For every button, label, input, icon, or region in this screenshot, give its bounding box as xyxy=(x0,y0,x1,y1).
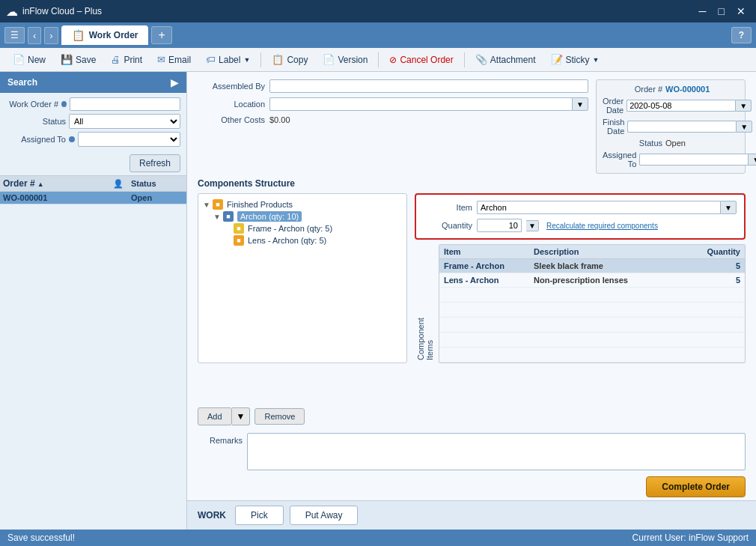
status-filter-select[interactable]: All Open Closed xyxy=(69,114,180,129)
finish-date-input[interactable] xyxy=(627,121,736,133)
add-dropdown-button[interactable]: ▼ xyxy=(232,407,251,425)
buttons-row: Add ▼ Remove xyxy=(187,403,756,430)
attachment-button[interactable]: 📎 Attachment xyxy=(469,51,543,68)
add-button[interactable]: Add xyxy=(198,407,232,425)
row-order-num: WO-000001 xyxy=(3,193,113,202)
comp-empty-row-4 xyxy=(439,333,745,348)
row-status: Open xyxy=(131,193,183,202)
table-row[interactable]: WO-000001 Open xyxy=(0,192,186,204)
assigned-to-dropdown-btn[interactable]: ▼ xyxy=(748,154,756,166)
active-tab[interactable]: 📋 Work Order xyxy=(61,25,149,45)
comp-table-row[interactable]: Lens - Archon Non-prescription lenses 5 xyxy=(439,273,745,288)
app-title: inFlow Cloud – Plus xyxy=(22,6,102,16)
nav-back-btn[interactable]: ‹ xyxy=(28,27,41,44)
location-dropdown-btn[interactable]: ▼ xyxy=(572,97,588,111)
save-status: Save successful! xyxy=(7,533,75,543)
location-input[interactable] xyxy=(269,97,572,111)
minimize-btn[interactable]: ─ xyxy=(695,4,711,19)
label-button[interactable]: 🏷 Label ▼ xyxy=(199,51,257,68)
remarks-label: Remarks xyxy=(198,433,243,445)
order-date-dropdown-btn[interactable]: ▼ xyxy=(735,100,752,112)
workorder-filter-input[interactable] xyxy=(70,97,180,111)
sticky-button[interactable]: 📝 Sticky ▼ xyxy=(544,51,606,68)
item-input[interactable] xyxy=(477,201,720,214)
tab-bar: ☰ ‹ › 📋 Work Order + ? xyxy=(0,22,756,48)
remarks-input[interactable] xyxy=(247,433,746,470)
pick-button[interactable]: Pick xyxy=(235,506,284,525)
new-button[interactable]: 📄 New xyxy=(6,51,52,68)
sidebar-title: Search xyxy=(7,77,37,88)
assigned-to-row: Assigned To ▼ xyxy=(603,151,739,169)
tree-label-lens[interactable]: Lens - Archon (qty: 5) xyxy=(248,236,326,245)
col-header-status[interactable]: Status xyxy=(131,179,183,188)
assembled-by-input[interactable] xyxy=(269,79,588,93)
location-label: Location xyxy=(198,100,265,109)
other-costs-value: $0.00 xyxy=(269,115,290,124)
remarks-section: Remarks xyxy=(187,430,756,473)
remove-button[interactable]: Remove xyxy=(254,408,305,425)
order-num-value: WO-000001 xyxy=(665,85,710,94)
cancel-order-button[interactable]: ⊘ Cancel Order xyxy=(382,52,460,68)
order-date-label: Order Date xyxy=(603,97,624,115)
put-away-button[interactable]: Put Away xyxy=(290,506,359,525)
tree-label-frame[interactable]: Frame - Archon (qty: 5) xyxy=(248,224,332,233)
finish-date-dropdown-btn[interactable]: ▼ xyxy=(736,121,752,133)
order-date-input[interactable] xyxy=(627,100,735,112)
save-button[interactable]: 💾 Save xyxy=(54,51,103,68)
print-button[interactable]: 🖨 Print xyxy=(104,51,149,68)
tree-icon-frame: ■ xyxy=(234,223,244,234)
comp-empty-row-3 xyxy=(439,318,745,333)
main-layout: Search ▶ Work Order # Status All Open Cl… xyxy=(0,72,756,530)
maximize-btn[interactable]: □ xyxy=(714,4,729,19)
form-left: Assembled By Location ▼ Other Costs $0.0… xyxy=(198,79,588,174)
work-label: WORK xyxy=(198,510,226,521)
tree-label-archon[interactable]: Archon (qty: 10) xyxy=(237,211,302,222)
label-dropdown-arrow: ▼ xyxy=(243,56,250,64)
close-btn[interactable]: ✕ xyxy=(732,4,750,19)
recalculate-link[interactable]: Recalculate required components xyxy=(546,222,658,230)
quantity-detail-label: Quantity xyxy=(424,221,472,230)
tree-expand-archon[interactable]: ▼ xyxy=(213,213,221,221)
item-detail-label: Item xyxy=(424,203,472,212)
filter-row-workorder: Work Order # xyxy=(6,97,180,111)
other-costs-row: Other Costs $0.00 xyxy=(198,115,588,124)
status-row: Status Open xyxy=(603,139,739,148)
location-row: Location ▼ xyxy=(198,97,588,111)
tree-expand-finished[interactable]: ▼ xyxy=(203,201,210,209)
nav-forward-btn[interactable]: › xyxy=(44,27,58,44)
tree-label-finished: Finished Products xyxy=(227,200,293,209)
add-tab-btn[interactable]: + xyxy=(151,26,171,44)
assignedto-filter-select[interactable] xyxy=(78,132,180,147)
complete-order-button[interactable]: Complete Order xyxy=(646,476,746,497)
hamburger-btn[interactable]: ☰ xyxy=(4,27,25,43)
status-bar: Save successful! Current User: inFlow Su… xyxy=(0,530,756,546)
copy-button[interactable]: 📋 Copy xyxy=(265,51,314,68)
col-header-order[interactable]: Order # ▲ xyxy=(3,178,113,189)
filter-row-assignedto: Assigned To xyxy=(6,132,180,147)
email-button[interactable]: ✉ Email xyxy=(150,51,198,68)
sort-arrow-order: ▲ xyxy=(37,181,44,188)
workorder-filter-label: Work Order # xyxy=(6,100,58,109)
quantity-row: Quantity ▼ Recalculate required componen… xyxy=(424,219,737,232)
title-bar: ☁ inFlow Cloud – Plus ─ □ ✕ xyxy=(0,0,756,22)
refresh-button[interactable]: Refresh xyxy=(129,154,180,172)
toolbar-separator-3 xyxy=(464,52,465,67)
form-section: Assembled By Location ▼ Other Costs $0.0… xyxy=(187,72,756,178)
sidebar-toggle-btn[interactable]: ▶ xyxy=(171,76,179,88)
workorder-filter-dot[interactable] xyxy=(61,101,67,107)
tree-icon-lens: ■ xyxy=(234,235,244,246)
comp-table-row[interactable]: Frame - Archon Sleek black frame 5 xyxy=(439,259,745,273)
comp-qty-2: 5 xyxy=(700,273,745,287)
item-dropdown-btn[interactable]: ▼ xyxy=(720,201,737,214)
quantity-input[interactable] xyxy=(477,219,522,232)
assigned-to-input[interactable] xyxy=(639,154,748,166)
quantity-dropdown-btn[interactable]: ▼ xyxy=(526,220,539,231)
order-num-label: Order # xyxy=(603,85,662,94)
assignedto-filter-dot[interactable] xyxy=(69,136,75,142)
component-items-label: ComponentItems xyxy=(415,244,436,363)
version-button[interactable]: 📄 Version xyxy=(316,51,374,68)
work-section: WORK Pick Put Away xyxy=(187,500,756,530)
help-btn[interactable]: ? xyxy=(731,27,752,43)
email-icon: ✉ xyxy=(157,54,165,65)
location-input-group: ▼ xyxy=(269,97,588,111)
